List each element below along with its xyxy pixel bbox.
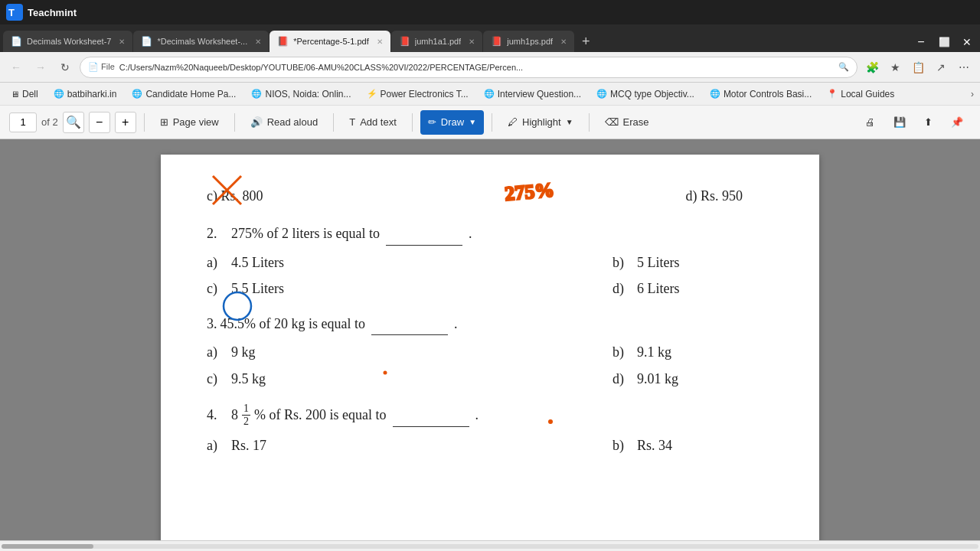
toolbar-sep5 [492,113,492,132]
draw-button[interactable]: ✏ Draw ▼ [420,110,484,135]
scroll-thumb[interactable] [2,544,93,549]
q2-opt-b-value: 5 Liters [637,252,680,274]
bookmark-icon-candidate: 🌐 [132,89,142,99]
option-d-row: d) Rs. 950 [685,185,743,207]
q4-numerator: 1 [242,403,250,416]
q4-opt-b: b) Rs. 34 [612,435,773,457]
q3-opt-b: b) 9.1 kg [612,341,773,364]
q3-opt-a-label: a) [207,341,228,364]
tab-percentage-pdf[interactable]: 📕 *Percentage-5-1.pdf ✕ [270,31,390,52]
back-button[interactable]: ← [6,57,26,77]
q4-pre: 8 [231,404,238,426]
add-text-icon: T [349,116,355,128]
draw-dropdown-icon[interactable]: ▼ [469,118,476,126]
search-icon-addr: 🔍 [838,62,849,72]
erase-icon: ⌫ [605,116,619,128]
bookmark-mcq[interactable]: 🌐 MCQ type Objectiv... [592,87,699,101]
opt-c-value: Rs. 800 [220,188,263,204]
q4-answer-line [393,404,469,427]
q4-opt-a: a) Rs. 17 [207,435,490,457]
pdf-content-area[interactable]: 275% 6 c) Rs. 800 [0,139,980,540]
tab-jumh1a1[interactable]: 📕 jumh1a1.pdf ✕ [391,31,483,52]
tab-close-3[interactable]: ✕ [377,37,383,46]
q3-opt-b-value: 9.1 kg [637,341,671,364]
page-number-input[interactable] [9,112,37,132]
search-pdf-button[interactable]: 🔍 [63,112,84,133]
highlight-dropdown-icon[interactable]: ▼ [566,118,573,126]
refresh-button[interactable]: ↻ [55,57,75,77]
bookmark-local-guides[interactable]: 📍 Local Guides [822,87,899,101]
bookmarks-more-button[interactable]: › [971,89,974,99]
bookmark-icon-power: ⚡ [367,89,377,99]
bookmark-icon-guides: 📍 [827,89,838,99]
pdf-toolbar-right: 🖨 💾 ⬆ 📌 [858,110,971,135]
zoom-out-button[interactable]: − [89,112,110,133]
tab-close-5[interactable]: ✕ [560,37,567,46]
bookmark-nios[interactable]: 🌐 NIOS, Noida: Onlin... [247,87,355,101]
opt-d-label: d) [685,188,697,204]
opt-c-label: c) [207,188,217,204]
q2-opt-c-label: c) [207,278,228,300]
highlight-button[interactable]: 🖊 Highlight ▼ [500,110,581,135]
read-aloud-button[interactable]: 🔊 Read aloud [243,110,326,135]
bookmark-power[interactable]: ⚡ Power Electronics T... [362,87,473,101]
add-text-button[interactable]: T Add text [341,110,404,135]
tab-close-4[interactable]: ✕ [469,37,475,46]
page-view-button[interactable]: ⊞ Page view [152,110,227,135]
new-tab-button[interactable]: + [575,31,596,52]
q4-fraction: 1 2 [242,403,250,429]
q3-opt-a: a) 9 kg [207,341,490,364]
tabs-bar: 📄 Decimals Worksheet-7 ✕ 📄 *Decimals Wor… [0,24,980,52]
bookmark-interview[interactable]: 🌐 Interview Question... [479,87,586,101]
tab-close-2[interactable]: ✕ [255,37,261,46]
bookmark-motor[interactable]: 🌐 Motor Controls Basi... [705,87,816,101]
close-window-button[interactable]: ✕ [957,32,977,52]
zoom-in-button[interactable]: + [115,112,136,133]
q3-options: a) 9 kg b) 9.1 kg c) 9.5 kg d) 9.01 kg [207,341,773,390]
q2-opt-a-label: a) [207,252,228,274]
maximize-button[interactable]: ⬜ [934,32,954,52]
erase-button[interactable]: ⌫ Erase [597,110,657,135]
save-button[interactable]: 💾 [886,110,913,135]
q2-opt-d-label: d) [612,278,634,300]
tab-decimals2[interactable]: 📄 *Decimals Worksheet-... ✕ [133,31,269,52]
title-bar: T Teachmint [0,0,980,24]
toolbar-sep3 [333,113,334,132]
pin-button[interactable]: 📌 [943,110,971,135]
forward-button[interactable]: → [31,57,51,77]
tab-decimals1[interactable]: 📄 Decimals Worksheet-7 ✕ [3,31,132,52]
q2-opt-a: a) 4.5 Liters [207,252,490,274]
minimize-button[interactable]: − [911,32,931,52]
bookmark-icon-nios: 🌐 [251,89,262,99]
q2-period: . [469,223,472,245]
extensions-button[interactable]: 🧩 [862,57,882,77]
question-3-row: 3. 45.5% of 20 kg is equal to . [207,312,773,335]
scroll-track [2,544,978,549]
toolbar-sep1 [144,113,145,132]
q4-opt-b-label: b) [612,435,634,457]
q2-opt-a-value: 4.5 Liters [231,252,284,274]
bookmark-dell[interactable]: 🖥 Dell [6,87,43,101]
tab-jumh1ps[interactable]: 📕 jumh1ps.pdf ✕ [483,31,574,52]
q4-opt-a-label: a) [207,435,228,457]
tab-close-1[interactable]: ✕ [119,37,125,46]
read-aloud-icon: 🔊 [250,116,263,128]
toolbar-sep2 [234,113,235,132]
q3-opt-c-value: 9.5 kg [231,368,266,390]
horizontal-scrollbar[interactable] [0,540,980,551]
q2-opt-d: d) 6 Liters [612,278,773,300]
share-button[interactable]: ↗ [931,57,951,77]
q3-text: 45.5% of 20 kg is equal to [220,313,365,335]
q2-opt-c: c) 5.5 Liters [207,278,490,300]
bookmark-candidate[interactable]: 🌐 Candidate Home Pa... [127,87,240,101]
pdf-page: 275% 6 c) Rs. 800 [161,155,819,540]
favorites-button[interactable]: ★ [885,57,905,77]
question-2-row: 2. 275% of 2 liters is equal to . [207,223,773,246]
bookmark-batbiharki[interactable]: 🌐 batbiharki.in [49,87,122,101]
highlight-icon: 🖊 [508,116,518,128]
q2-opt-b-label: b) [612,252,634,274]
print-button[interactable]: 🖨 [858,110,883,135]
browser-settings-button[interactable]: ⋯ [954,57,974,77]
share-pdf-button[interactable]: ⬆ [916,110,940,135]
collections-button[interactable]: 📋 [908,57,928,77]
